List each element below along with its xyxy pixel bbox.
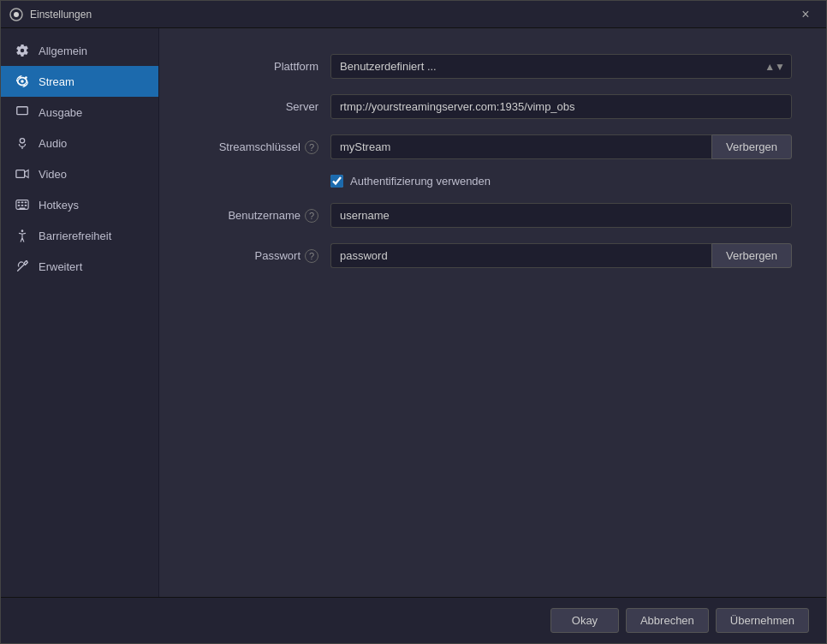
svg-rect-8 [18, 201, 21, 203]
stream-key-help-icon[interactable]: ? [305, 140, 318, 154]
svg-rect-14 [19, 208, 25, 209]
username-row: Benutzername ? [193, 203, 792, 228]
server-input[interactable] [330, 94, 792, 119]
footer: Okay Abbrechen Übernehmen [1, 597, 826, 643]
sidebar-label-audio: Audio [39, 137, 67, 150]
svg-rect-9 [21, 201, 24, 203]
stream-icon [15, 74, 30, 89]
sidebar-item-video[interactable]: Video [1, 158, 158, 189]
abbrechen-button[interactable]: Abbrechen [626, 608, 709, 633]
stream-key-input[interactable] [330, 134, 711, 159]
svg-rect-12 [21, 205, 24, 206]
password-input-group: Verbergen [330, 243, 792, 268]
sidebar-label-stream: Stream [39, 75, 74, 88]
sidebar-item-ausgabe[interactable]: Ausgabe [1, 97, 158, 128]
audio-icon [15, 135, 30, 151]
übernehmen-button[interactable]: Übernehmen [716, 608, 809, 633]
username-label: Benutzername ? [193, 209, 330, 223]
svg-rect-11 [18, 205, 21, 206]
tools-icon [15, 259, 30, 274]
sidebar-label-hotkeys: Hotkeys [39, 199, 79, 212]
sidebar-item-allgemein[interactable]: Allgemein [1, 35, 158, 66]
stream-key-label: Streamschlüssel ? [193, 140, 330, 154]
sidebar-item-barrierefreiheit[interactable]: Barrierefreiheit [1, 220, 158, 251]
output-icon [15, 104, 30, 120]
svg-point-1 [14, 12, 19, 17]
svg-rect-13 [25, 205, 27, 206]
platform-select[interactable]: Benutzerdefiniert ... [330, 54, 792, 79]
sidebar-label-video: Video [39, 168, 67, 181]
settings-panel: Plattform Benutzerdefiniert ... ▲▼ Serve… [159, 28, 826, 597]
svg-point-4 [20, 139, 24, 143]
accessibility-icon [15, 228, 30, 243]
svg-rect-3 [17, 107, 27, 115]
sidebar-label-erweitert: Erweitert [39, 260, 82, 273]
password-input[interactable] [330, 243, 711, 268]
auth-checkbox-row: Authentifizierung verwenden [330, 175, 792, 188]
sidebar-label-allgemein: Allgemein [39, 45, 87, 57]
platform-label: Plattform [193, 60, 330, 73]
platform-dropdown-wrapper: Benutzerdefiniert ... ▲▼ [330, 54, 792, 79]
okay-button[interactable]: Okay [550, 608, 619, 633]
stream-key-input-group: Verbergen [330, 134, 792, 159]
svg-point-2 [25, 76, 27, 79]
auth-checkbox-label[interactable]: Authentifizierung verwenden [350, 175, 491, 188]
hide-password-button[interactable]: Verbergen [711, 243, 792, 268]
hotkeys-icon [15, 197, 30, 212]
svg-point-15 [21, 230, 24, 232]
title-bar: Einstellungen × [1, 1, 826, 28]
server-label: Server [193, 100, 330, 113]
sidebar-item-erweitert[interactable]: Erweitert [1, 251, 158, 282]
window-title: Einstellungen [30, 9, 92, 21]
gear-icon [15, 43, 30, 58]
username-help-icon[interactable]: ? [305, 209, 318, 223]
auth-checkbox[interactable] [330, 175, 343, 188]
title-bar-left: Einstellungen [9, 8, 92, 21]
platform-row: Plattform Benutzerdefiniert ... ▲▼ [193, 54, 792, 79]
password-help-icon[interactable]: ? [305, 249, 318, 263]
stream-key-row: Streamschlüssel ? Verbergen [193, 134, 792, 159]
username-input[interactable] [330, 203, 792, 228]
svg-rect-10 [25, 201, 27, 203]
password-label: Passwort ? [193, 249, 330, 263]
password-row: Passwort ? Verbergen [193, 243, 792, 268]
sidebar: Allgemein Stream [1, 28, 159, 597]
sidebar-item-hotkeys[interactable]: Hotkeys [1, 189, 158, 220]
sidebar-item-audio[interactable]: Audio [1, 128, 158, 158]
app-icon [9, 8, 23, 21]
close-button[interactable]: × [794, 3, 818, 27]
main-content: Allgemein Stream [1, 28, 826, 597]
hide-stream-key-button[interactable]: Verbergen [711, 134, 792, 159]
settings-window: Einstellungen × Allgemein [0, 0, 827, 644]
video-icon [15, 166, 30, 182]
server-row: Server [193, 94, 792, 119]
sidebar-label-barrierefreiheit: Barrierefreiheit [39, 230, 111, 242]
sidebar-item-stream[interactable]: Stream [1, 66, 158, 97]
svg-rect-6 [16, 170, 25, 178]
sidebar-label-ausgabe: Ausgabe [39, 106, 82, 119]
